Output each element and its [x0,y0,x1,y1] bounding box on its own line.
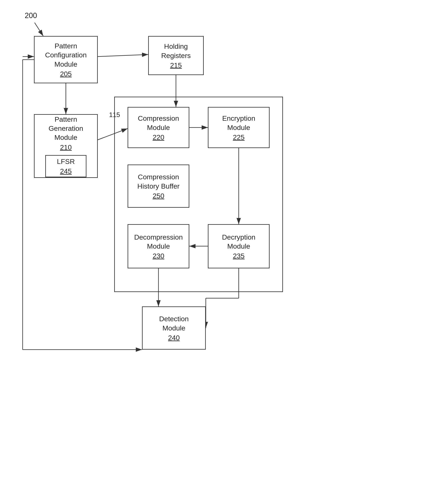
decompression-module: DecompressionModule 230 [128,224,189,268]
compression-history-buffer: CompressionHistory Buffer 250 [128,165,189,208]
compression-module-number: 220 [153,133,164,141]
svg-line-5 [98,55,148,56]
pattern-gen-module: PatternGenerationModule 210 LFSR 245 [34,114,98,178]
ref-label-200: 200 [25,11,37,20]
holding-registers: HoldingRegisters 215 [148,36,204,75]
encryption-module-number: 225 [233,133,245,141]
ref-label-115: 115 [109,111,120,119]
lfsr-number: 245 [60,167,72,175]
compression-module: CompressionModule 220 [128,107,189,148]
pattern-config-module: PatternConfigurationModule 205 [34,36,98,83]
holding-registers-number: 215 [170,61,182,69]
decompression-module-title: DecompressionModule [134,233,183,251]
pattern-config-title: PatternConfigurationModule [45,41,87,69]
lfsr-title: LFSR [57,157,75,166]
compression-module-title: CompressionModule [138,114,179,132]
decryption-module-number: 235 [233,252,245,260]
svg-line-1 [35,23,43,36]
pattern-config-number: 205 [60,70,72,78]
compression-history-buffer-number: 250 [153,192,164,200]
holding-registers-title: HoldingRegisters [161,42,191,60]
diagram-container: 200 PatternConfigurationModule 205 Holdi… [0,0,448,488]
encryption-module-title: EncryptionModule [222,114,255,132]
detection-module: DetectionModule 240 [142,307,206,350]
pattern-gen-number: 210 [60,143,72,151]
compression-history-buffer-title: CompressionHistory Buffer [137,172,179,190]
detection-module-number: 240 [168,334,180,342]
lfsr-box: LFSR 245 [45,155,87,177]
detection-module-title: DetectionModule [159,314,189,332]
decryption-module-title: DecryptionModule [222,233,256,251]
decryption-module: DecryptionModule 235 [208,224,270,268]
encryption-module: EncryptionModule 225 [208,107,270,148]
pattern-gen-title: PatternGenerationModule [48,115,83,142]
decompression-module-number: 230 [153,252,164,260]
